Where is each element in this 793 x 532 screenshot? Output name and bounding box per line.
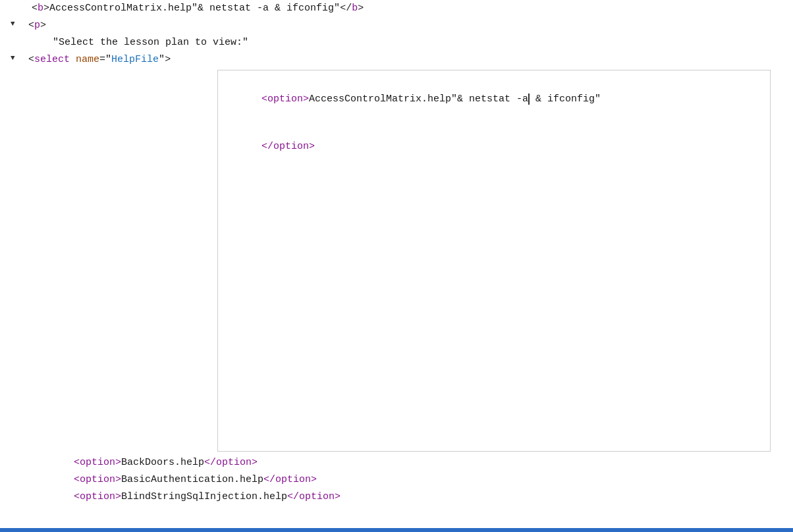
option-close-backdoors: </option> xyxy=(204,455,258,471)
select-tag: select xyxy=(34,52,70,68)
option-open-tag-1: <option> xyxy=(261,93,309,105)
option-open-basic-auth: <option> xyxy=(74,472,121,488)
code-line-blind-sql: <option>BlindStringSqlInjection.help</op… xyxy=(0,489,793,506)
code-view: <b>AccessControlMatrix.help"& netstat -a… xyxy=(0,0,793,532)
after-box-lines: <option>BackDoors.help</option> <option>… xyxy=(0,454,793,506)
code-line-basic-auth: <option>BasicAuthentication.help</option… xyxy=(0,471,793,489)
p-tag: p xyxy=(34,18,40,34)
option-text-1b: & ifconfig" xyxy=(530,93,601,105)
option-text-basic-auth: BasicAuthentication.help xyxy=(121,472,263,488)
attr-quote1: " xyxy=(105,52,111,68)
p-close-bracket: > xyxy=(40,18,46,34)
tag-bracket-b-open: < xyxy=(32,1,38,16)
option-open-backdoors: <option> xyxy=(74,455,121,471)
triangle-p xyxy=(11,18,21,30)
option-text-1a: AccessControlMatrix.help"& netstat -a xyxy=(309,93,528,105)
close-tag-b-end: > xyxy=(358,1,364,16)
select-text: "Select the lesson plan to view:" xyxy=(53,35,248,51)
attr-value-helpfile: HelpFile xyxy=(111,52,159,68)
option-close-blind-sql: </option> xyxy=(287,489,341,505)
attr-name: name xyxy=(76,52,99,68)
space xyxy=(70,52,76,68)
line1-text: AccessControlMatrix.help"& netstat -a & … xyxy=(49,1,340,16)
option-close-basic-auth: </option> xyxy=(263,472,317,488)
option-text-backdoors: BackDoors.help xyxy=(121,455,204,471)
expanded-option-box: <option>AccessControlMatrix.help"& netst… xyxy=(217,70,771,452)
expanded-box-content: <option>AccessControlMatrix.help"& netst… xyxy=(226,76,762,171)
attr-quote2: " xyxy=(159,52,165,68)
eq: = xyxy=(99,52,105,68)
option-open-blind-sql: <option> xyxy=(74,489,121,505)
close-tag-b-bracket: </ xyxy=(340,1,352,16)
tag-b: b xyxy=(38,1,43,16)
code-line-2: <p> xyxy=(0,17,793,34)
code-line-backdoors: <option>BackDoors.help</option> xyxy=(0,454,793,471)
select-close-bracket: > xyxy=(165,52,171,68)
option-text-blind-sql: BlindStringSqlInjection.help xyxy=(121,489,287,505)
close-tag-b: b xyxy=(352,1,358,16)
code-line-3: "Select the lesson plan to view:" xyxy=(0,34,793,51)
code-line-4: <select name="HelpFile"> xyxy=(0,51,793,68)
select-open-bracket: < xyxy=(22,52,34,68)
option-close-tag-1: </option> xyxy=(261,141,315,152)
code-line-1: <b>AccessControlMatrix.help"& netstat -a… xyxy=(0,0,793,17)
tag-bracket-b-close: > xyxy=(43,1,49,16)
bottom-status-bar xyxy=(0,528,793,532)
triangle-select xyxy=(11,53,21,65)
p-open-bracket: < xyxy=(22,18,34,34)
